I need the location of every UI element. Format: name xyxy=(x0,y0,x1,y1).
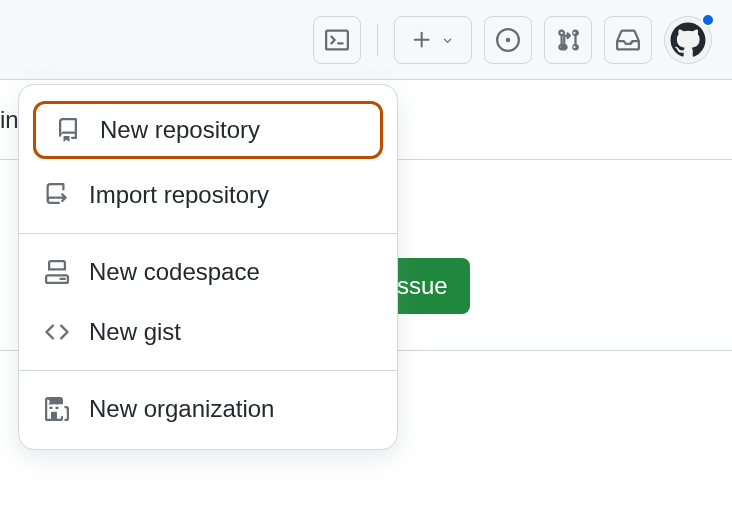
menu-item-new-codespace[interactable]: New codespace xyxy=(19,242,397,302)
organization-icon xyxy=(43,395,71,423)
menu-item-new-organization[interactable]: New organization xyxy=(19,379,397,439)
topbar xyxy=(0,0,732,80)
issues-icon xyxy=(496,28,520,52)
menu-label: Import repository xyxy=(89,181,269,209)
plus-icon xyxy=(411,29,433,51)
pull-request-icon xyxy=(556,28,580,52)
avatar-wrapper xyxy=(664,16,712,64)
topbar-divider xyxy=(377,24,378,56)
pull-requests-button[interactable] xyxy=(544,16,592,64)
menu-label: New organization xyxy=(89,395,274,423)
menu-label: New repository xyxy=(100,116,260,144)
inbox-icon xyxy=(616,28,640,52)
code-icon xyxy=(43,318,71,346)
notifications-button[interactable] xyxy=(604,16,652,64)
menu-item-new-gist[interactable]: New gist xyxy=(19,302,397,362)
chevron-down-icon xyxy=(441,33,455,47)
tab-partial-text: in xyxy=(0,106,19,134)
notification-dot xyxy=(701,13,715,27)
menu-divider xyxy=(19,233,397,234)
terminal-icon xyxy=(323,26,351,54)
menu-divider xyxy=(19,370,397,371)
menu-label: New gist xyxy=(89,318,181,346)
menu-item-import-repository[interactable]: Import repository xyxy=(19,165,397,225)
create-new-dropdown: New repository Import repository New cod… xyxy=(18,84,398,450)
command-palette-button[interactable] xyxy=(313,16,361,64)
codespaces-icon xyxy=(43,258,71,286)
create-new-button[interactable] xyxy=(394,16,472,64)
repo-push-icon xyxy=(43,181,71,209)
menu-label: New codespace xyxy=(89,258,260,286)
issues-button[interactable] xyxy=(484,16,532,64)
repo-icon xyxy=(54,116,82,144)
new-issue-label-partial: ssue xyxy=(397,272,448,299)
menu-item-new-repository[interactable]: New repository xyxy=(33,101,383,159)
